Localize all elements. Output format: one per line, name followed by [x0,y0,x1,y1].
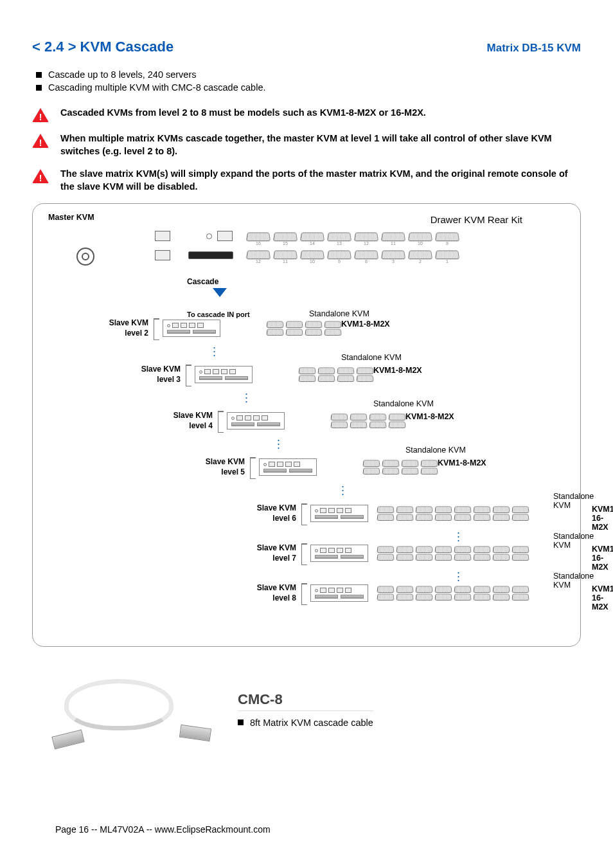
bullet-icon [36,72,42,78]
kvm-model-label: KVM1-8-M2X [341,320,390,329]
kvm-model-label: KVM1-16-M2X [592,505,613,532]
cascade-label: Cascade [187,277,218,286]
socket-icon [155,231,170,241]
port-bank-icon [376,585,530,601]
slave-level-row: Slave KVMlevel 4 [161,411,407,431]
kvm-model-label: KVM1-16-M2X [592,584,613,611]
port-bank-icon [330,413,407,429]
continuation-dots-icon: ··· [457,570,460,582]
port-bank-icon [298,366,375,383]
warning-icon: ! [32,169,49,183]
slave-level-label: Slave KVMlevel 4 [161,411,213,431]
continuation-dots-icon: ··· [341,484,344,496]
bullet-text: Cascading multiple KVM with CMC-8 cascad… [48,82,265,93]
slave-level-row: Slave KVMlevel 6 [245,503,530,523]
led-icon [206,233,212,239]
bullet-icon [36,85,42,91]
warning-block: ! Cascaded KVMs from level 2 to 8 must b… [32,107,581,122]
warning-block: ! The slave matrix KVM(s) will simply ex… [32,168,581,193]
product-name: CMC-8 [238,691,373,708]
kvm-unit-icon [259,458,317,476]
slave-level-label: Slave KVMlevel 3 [129,365,181,384]
standalone-kvm-label: Standalone KVM [309,309,369,318]
bullet-text: Cascade up to 8 levels, 240 servers [48,69,197,80]
feature-bullets: Cascade up to 8 levels, 240 servers Casc… [36,69,581,93]
continuation-dots-icon: ··· [277,438,280,449]
slave-level-row: Slave KVMlevel 2 [97,318,342,338]
cascade-diagram: Master KVM Drawer KVM Rear Kit 161514131… [32,203,581,647]
master-kvm-label: Master KVM [48,213,94,222]
kvm-model-label: KVM1-8-M2X [438,458,486,467]
product-family: Matrix DB-15 KVM [487,42,581,55]
bullet-icon [238,719,244,725]
continuation-dots-icon: ··· [213,345,216,357]
cable-image [45,675,212,746]
kvm-unit-icon [195,366,253,383]
port-bank-icon [362,459,439,475]
slave-level-row: Slave KVMlevel 8 [245,583,530,603]
cascade-port-icon [188,251,233,259]
continuation-dots-icon: ··· [245,392,248,403]
port-bank-icon [376,505,530,521]
page-footer: Page 16 -- ML47V02A -- www.EclipseRackmo… [55,824,271,835]
standalone-kvm-label: Standalone KVM [553,532,594,550]
kvm-model-label: KVM1-16-M2X [592,545,613,572]
kvm-unit-icon [310,584,368,602]
master-left-ports [155,231,233,260]
warning-text: Cascaded KVMs from level 2 to 8 must be … [60,107,426,120]
kvm-model-label: KVM1-8-M2X [373,366,422,375]
slave-level-label: Slave KVMlevel 7 [245,543,296,563]
slave-level-label: Slave KVMlevel 8 [245,583,296,603]
section-title: < 2.4 > KVM Cascade [32,39,173,55]
standalone-kvm-label: Standalone KVM [553,572,594,590]
kvm-unit-icon [310,505,368,522]
warning-block: ! When multiple matrix KVMs cascade toge… [32,132,581,158]
warning-icon: ! [32,134,49,148]
slave-level-label: Slave KVMlevel 6 [245,503,296,523]
product-callout: CMC-8 8ft Matrix KVM cascade cable [32,675,581,746]
arrow-down-icon [213,288,227,297]
standalone-kvm-label: Standalone KVM [373,399,434,408]
standalone-kvm-label: Standalone KVM [553,492,594,510]
warning-text: When multiple matrix KVMs cascade togeth… [60,132,581,158]
standalone-kvm-label: Standalone KVM [341,353,402,362]
master-port-grid: 161514131211109 12111098321 [245,230,461,268]
kvm-model-label: KVM1-8-M2X [405,412,454,421]
kvm-unit-icon [310,545,368,562]
slave-level-row: Slave KVMlevel 7 [245,543,530,563]
product-desc: 8ft Matrix KVM cascade cable [250,718,373,728]
to-cascade-in-label: To cascade IN port [187,311,250,318]
socket-icon [155,250,170,260]
kvm-unit-icon [227,412,285,429]
continuation-dots-icon: ··· [457,530,460,542]
port-bank-icon [265,320,342,336]
port-bank-icon [376,545,530,561]
standalone-kvm-label: Standalone KVM [405,446,466,455]
rear-kit-label: Drawer KVM Rear Kit [431,214,522,225]
slave-level-label: Slave KVMlevel 5 [193,457,245,477]
slave-level-row: Slave KVMlevel 3 [129,365,375,384]
knob-icon [76,248,94,266]
socket-icon [217,231,233,241]
warning-text: The slave matrix KVM(s) will simply expa… [60,168,581,193]
slave-level-label: Slave KVMlevel 2 [97,318,148,338]
warning-icon: ! [32,108,49,122]
slave-level-row: Slave KVMlevel 5 [193,457,439,477]
kvm-unit-icon [163,320,220,337]
